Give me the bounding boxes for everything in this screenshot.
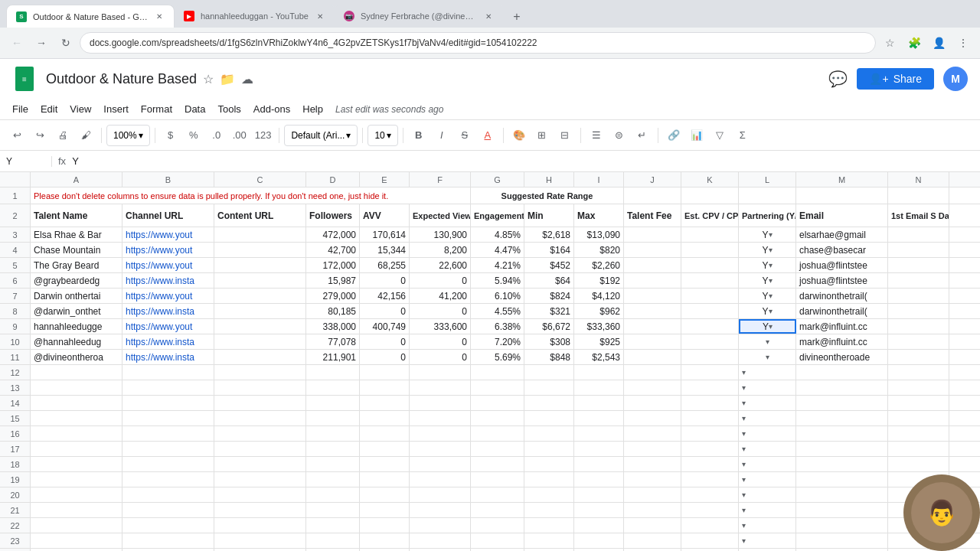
cell-8i[interactable]: $962 — [574, 304, 624, 318]
cell-22g[interactable] — [471, 518, 524, 533]
cell-7c[interactable] — [214, 289, 306, 303]
user-avatar[interactable]: M — [943, 67, 968, 91]
cell-11l[interactable]: ▾ — [739, 350, 796, 364]
menu-insert[interactable]: Insert — [97, 99, 135, 120]
cell-16a[interactable] — [31, 426, 122, 441]
back-button[interactable]: ← — [6, 32, 28, 54]
cell-18l[interactable]: ▾ — [739, 457, 796, 471]
cell-3k[interactable] — [681, 227, 739, 242]
cell-16f[interactable] — [410, 426, 471, 441]
cell-19a[interactable] — [31, 472, 122, 487]
cell-17b[interactable] — [122, 442, 214, 456]
cell-2g[interactable]: Engagement Rate — [471, 204, 524, 227]
col-header-i[interactable]: I — [574, 172, 624, 187]
cell-14f[interactable] — [410, 396, 471, 410]
col-header-h[interactable]: H — [524, 172, 574, 187]
cell-22m[interactable] — [796, 518, 888, 533]
cell-17e[interactable] — [360, 442, 410, 456]
cell-13g[interactable] — [471, 380, 524, 395]
l-dropdown-arrow-14[interactable]: ▾ — [742, 399, 746, 407]
cell-10j[interactable] — [624, 334, 681, 349]
print-button[interactable]: 🖨 — [52, 125, 74, 146]
cell-15g[interactable] — [471, 411, 524, 425]
partnering-dropdown-arrow[interactable]: ▾ — [769, 276, 773, 285]
cell-17l[interactable]: ▾ — [739, 442, 796, 456]
cell-17j[interactable] — [624, 442, 681, 456]
chart-button[interactable]: 📊 — [686, 125, 707, 146]
col-header-c[interactable]: C — [214, 172, 306, 187]
l-dropdown-arrow-16[interactable]: ▾ — [742, 429, 746, 438]
col-header-k[interactable]: K — [681, 172, 739, 187]
cell-13a[interactable] — [31, 380, 122, 395]
cell-15c[interactable] — [214, 411, 306, 425]
cell-11h[interactable]: $848 — [524, 350, 574, 364]
cell-19k[interactable] — [681, 472, 739, 487]
col-header-n[interactable]: N — [888, 172, 949, 187]
cell-2d[interactable]: Followers — [306, 204, 360, 227]
cell-4m[interactable]: chase@basecar — [796, 243, 888, 257]
cell-8j[interactable] — [624, 304, 681, 318]
cell-4k[interactable] — [681, 243, 739, 257]
cell-6f[interactable]: 0 — [410, 273, 471, 288]
cell-21h[interactable] — [524, 503, 574, 517]
cell-9k[interactable] — [681, 319, 739, 334]
cell-9g[interactable]: 6.38% — [471, 319, 524, 334]
align-left-button[interactable]: ☰ — [586, 125, 607, 146]
cell-3a[interactable]: Elsa Rhae & Bar — [31, 227, 122, 242]
cell-18j[interactable] — [624, 457, 681, 471]
cell-7d[interactable]: 279,000 — [306, 289, 360, 303]
cell-9c[interactable] — [214, 319, 306, 334]
cell-2a[interactable]: Talent Name — [31, 204, 122, 227]
cell-9i[interactable]: $33,360 — [574, 319, 624, 334]
cell-17n[interactable] — [888, 442, 949, 456]
menu-format[interactable]: Format — [135, 99, 178, 120]
cell-16n[interactable] — [888, 426, 949, 441]
currency-button[interactable]: $ — [160, 125, 181, 146]
cell-10i[interactable]: $925 — [574, 334, 624, 349]
col-header-e[interactable]: E — [360, 172, 410, 187]
cell-3e[interactable]: 170,614 — [360, 227, 410, 242]
font-size-dropdown[interactable]: 10 ▾ — [368, 125, 397, 146]
cell-6g[interactable]: 5.94% — [471, 273, 524, 288]
cell-23d[interactable] — [306, 533, 360, 548]
cell-10m[interactable]: mark@influint.cc — [796, 334, 888, 349]
cell-15m[interactable] — [796, 411, 888, 425]
cell-7g[interactable]: 6.10% — [471, 289, 524, 303]
cell-22l[interactable]: ▾ — [739, 518, 796, 533]
cell-16g[interactable] — [471, 426, 524, 441]
cell-23l[interactable]: ▾ — [739, 533, 796, 548]
cell-11b[interactable]: https://www.insta — [122, 350, 214, 364]
cell-23j[interactable] — [624, 533, 681, 548]
cell-15f[interactable] — [410, 411, 471, 425]
cell-22h[interactable] — [524, 518, 574, 533]
cell-6d[interactable]: 15,987 — [306, 273, 360, 288]
cell-17g[interactable] — [471, 442, 524, 456]
cell-5h[interactable]: $452 — [524, 258, 574, 272]
cell-14b[interactable] — [122, 396, 214, 410]
cell-9a[interactable]: hannahleedugge — [31, 319, 122, 334]
cell-12k[interactable] — [681, 365, 739, 380]
tab-active[interactable]: S Outdoor & Nature Based - Goo... ✕ — [6, 5, 175, 28]
align-vertical-button[interactable]: ⊜ — [609, 125, 630, 146]
cell-20a[interactable] — [31, 487, 122, 502]
cell-12i[interactable] — [574, 365, 624, 380]
cell-13e[interactable] — [360, 380, 410, 395]
cell-4f[interactable]: 8,200 — [410, 243, 471, 257]
cell-21e[interactable] — [360, 503, 410, 517]
cell-19j[interactable] — [624, 472, 681, 487]
text-wrap-button[interactable]: ↵ — [632, 125, 653, 146]
cell-20h[interactable] — [524, 487, 574, 502]
cell-1k[interactable] — [681, 187, 739, 204]
cell-1l[interactable] — [739, 187, 796, 204]
cell-8e[interactable]: 0 — [360, 304, 410, 318]
zoom-dropdown[interactable]: 100% ▾ — [106, 125, 150, 146]
l-dropdown-arrow-15[interactable]: ▾ — [742, 414, 746, 422]
cell-2i[interactable]: Max — [574, 204, 624, 227]
cell-12m[interactable] — [796, 365, 888, 380]
cell-20i[interactable] — [574, 487, 624, 502]
cell-7f[interactable]: 41,200 — [410, 289, 471, 303]
cell-13b[interactable] — [122, 380, 214, 395]
cell-15b[interactable] — [122, 411, 214, 425]
menu-help[interactable]: Help — [296, 99, 329, 120]
cell-2k[interactable]: Est. CPV / CPM — [681, 204, 739, 227]
